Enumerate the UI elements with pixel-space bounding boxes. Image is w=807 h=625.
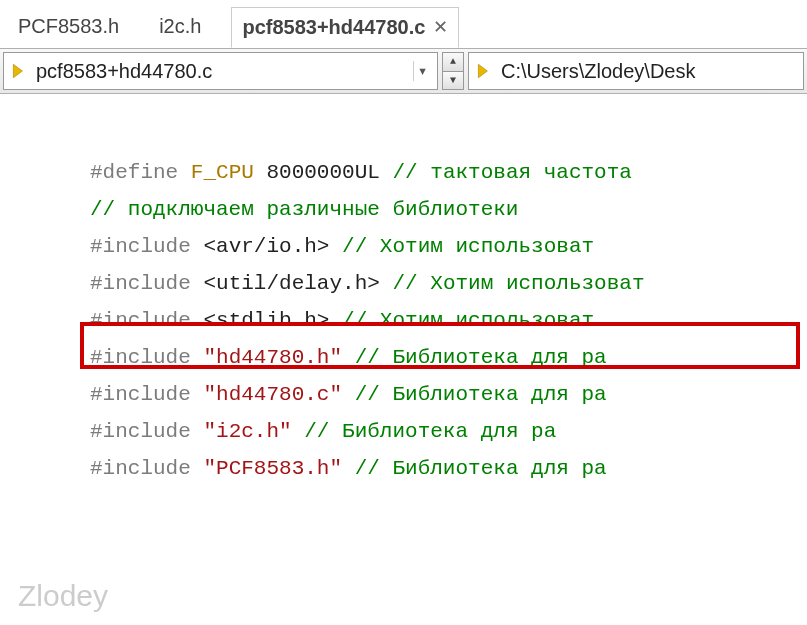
code-line: #include "PCF8583.h" // Библиотека для р… <box>90 450 807 487</box>
code-line: #include <avr/io.h> // Хотим использоват <box>90 228 807 265</box>
arrow-right-icon <box>475 62 493 80</box>
stepper-down-button[interactable]: ▼ <box>443 72 463 90</box>
code-line: #include <util/delay.h> // Хотим использ… <box>90 265 807 302</box>
code-line: #include <stdlib.h> // Хотим использоват <box>90 302 807 339</box>
tab-pcf8583-h[interactable]: PCF8583.h <box>8 7 129 46</box>
tab-label: PCF8583.h <box>18 15 119 38</box>
code-editor[interactable]: #define F_CPU 8000000UL // тактовая част… <box>0 94 807 487</box>
code-line: #include "i2c.h" // Библиотека для ра <box>90 413 807 450</box>
tab-i2c-h[interactable]: i2c.h <box>149 7 211 46</box>
chevron-down-icon[interactable]: ▾ <box>413 61 431 81</box>
watermark: Zlodey <box>18 579 108 613</box>
code-line: #include "hd44780.c" // Библиотека для р… <box>90 376 807 413</box>
path-text: C:\Users\Zlodey\Desk <box>501 60 797 83</box>
tab-bar: PCF8583.h i2c.h pcf8583+hd44780.c ✕ <box>0 0 807 48</box>
tab-label: i2c.h <box>159 15 201 38</box>
code-line: // подключаем различные библиотеки <box>90 191 807 228</box>
code-line: #include "hd44780.h" // Библиотека для р… <box>90 339 807 376</box>
stepper-up-button[interactable]: ▲ <box>443 53 463 72</box>
toolbar: pcf8583+hd44780.c ▾ ▲ ▼ C:\Users\Zlodey\… <box>0 48 807 94</box>
nav-stepper: ▲ ▼ <box>442 52 464 90</box>
file-scope-combo[interactable]: pcf8583+hd44780.c ▾ <box>3 52 438 90</box>
arrow-right-icon <box>10 62 28 80</box>
close-icon[interactable]: ✕ <box>433 16 448 38</box>
tab-label: pcf8583+hd44780.c <box>242 16 425 39</box>
code-line: #define F_CPU 8000000UL // тактовая част… <box>90 154 807 191</box>
path-combo[interactable]: C:\Users\Zlodey\Desk <box>468 52 804 90</box>
file-scope-text: pcf8583+hd44780.c <box>36 60 405 83</box>
tab-pcf8583-hd44780-c[interactable]: pcf8583+hd44780.c ✕ <box>231 7 459 48</box>
